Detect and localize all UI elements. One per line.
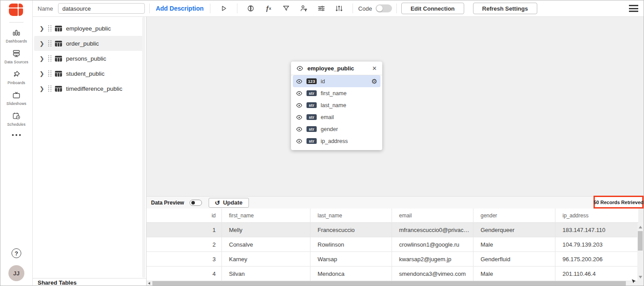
cell-email: kwarsap2@jugem.jp: [392, 252, 473, 266]
horizontal-scrollbar[interactable]: [147, 281, 637, 286]
field-row-ip-address[interactable]: str ip_address: [293, 135, 380, 147]
drag-handle-icon[interactable]: [48, 40, 51, 47]
sidebar-item-dashboards[interactable]: Dashboards: [1, 28, 32, 43]
cell-first-name: Karney: [222, 252, 310, 266]
update-button[interactable]: ↺ Update: [209, 198, 249, 208]
toolbar: Name Add Description ƒx Code Edit Connec…: [33, 0, 644, 17]
table-item-persons-public[interactable]: ❯ persons_public: [34, 51, 145, 66]
table-row[interactable]: 1 Melly Francescuccio mfrancescuccio0@pr…: [147, 223, 638, 237]
more-menu-icon[interactable]: [12, 134, 21, 136]
toggle-knob: [191, 201, 195, 205]
app-window: Dashboards Data Sources Pinboards Slides…: [0, 0, 644, 286]
menu-icon[interactable]: [629, 4, 638, 14]
type-badge-string: str: [306, 90, 317, 97]
field-row-id[interactable]: 123 id ⚙: [293, 75, 380, 87]
field-name: first_name: [321, 90, 377, 97]
field-row-gender[interactable]: str gender: [293, 123, 380, 135]
drag-handle-icon[interactable]: [48, 70, 51, 77]
cell-ip-address: 201.110.46.4: [555, 267, 638, 281]
tables-list: ❯ employee_public ❯ order_public ❯: [33, 17, 146, 96]
scrollbar-thumb[interactable]: [638, 231, 643, 251]
chevron-right-icon[interactable]: ❯: [39, 55, 44, 62]
records-retrieved-label: 50 Records Retrieved: [594, 200, 644, 205]
vertical-scrollbar[interactable]: [637, 223, 643, 281]
close-icon[interactable]: ✕: [371, 65, 378, 72]
schedules-icon: [12, 112, 21, 120]
sliders-icon[interactable]: [313, 2, 330, 15]
scroll-left-arrow-icon[interactable]: [148, 282, 150, 285]
scroll-up-arrow-icon[interactable]: [639, 226, 642, 228]
diagram-canvas[interactable]: employee_public ✕ 123 id ⚙ str first_nam…: [147, 17, 644, 286]
table-row[interactable]: 4 Silvan Mendonca smendonca3@vimeo.com s…: [147, 267, 638, 281]
filter-icon[interactable]: [277, 2, 295, 15]
sidebar-item-schedules[interactable]: Schedules: [1, 112, 32, 127]
drag-handle-icon[interactable]: [48, 25, 51, 32]
data-preview-toggle[interactable]: [190, 200, 202, 206]
contrast-join-icon[interactable]: [242, 2, 260, 15]
chevron-right-icon[interactable]: ❯: [39, 40, 44, 47]
type-badge-string: str: [306, 114, 317, 120]
table-item-order-public[interactable]: ❯ order_public: [34, 36, 145, 51]
avatar-initials: JJ: [13, 270, 19, 277]
cell-last-name: Warsap: [310, 252, 392, 266]
eye-icon[interactable]: [296, 91, 303, 96]
run-query-icon[interactable]: [215, 2, 233, 15]
chevron-right-icon[interactable]: ❯: [39, 25, 44, 32]
toolbar-divider: [396, 4, 397, 13]
table-item-timedifference-public[interactable]: ❯ timedifference_public: [34, 81, 145, 96]
eye-icon[interactable]: [296, 103, 303, 108]
dashboards-icon: [12, 28, 21, 37]
sidebar-item-label: Dashboards: [6, 39, 27, 43]
formula-icon[interactable]: ƒx: [260, 2, 277, 15]
column-header-first-name: first_name: [222, 209, 310, 222]
cell-id: 4: [147, 267, 222, 281]
table-name: order_public: [66, 40, 99, 47]
refresh-settings-button[interactable]: Refresh Settings: [473, 3, 537, 14]
sidebar-item-data-sources[interactable]: Data Sources: [1, 49, 32, 64]
eye-icon[interactable]: [296, 66, 303, 71]
sidebar-item-slideshows[interactable]: Slideshows: [1, 91, 32, 106]
code-toggle[interactable]: [376, 4, 392, 12]
app-logo[interactable]: [9, 4, 24, 17]
eye-icon[interactable]: [296, 127, 303, 132]
scroll-down-arrow-icon[interactable]: [639, 276, 642, 278]
name-input[interactable]: [58, 3, 145, 14]
user-filter-icon[interactable]: [295, 2, 313, 15]
field-row-first-name[interactable]: str first_name: [293, 87, 380, 99]
chevron-right-icon[interactable]: ❯: [39, 70, 44, 77]
eye-icon[interactable]: [296, 115, 303, 120]
tables-panel: ❯ employee_public ❯ order_public ❯: [33, 17, 147, 286]
table-item-employee-public[interactable]: ❯ employee_public: [34, 21, 145, 36]
field-row-last-name[interactable]: str last_name: [293, 99, 380, 111]
user-avatar[interactable]: JJ: [8, 265, 24, 281]
logo-shape: [9, 8, 18, 16]
table-row[interactable]: 2 Consalve Rowlinson crowlinson1@google.…: [147, 237, 638, 252]
field-name: ip_address: [321, 138, 377, 144]
cell-last-name: Francescuccio: [310, 223, 392, 237]
table-item-student-public[interactable]: ❯ student_public: [34, 66, 145, 81]
cell-email: crowlinson1@google.ru: [392, 237, 473, 251]
gear-icon[interactable]: ⚙: [372, 78, 377, 85]
cell-gender: Male: [473, 267, 555, 281]
table-row[interactable]: 3 Karney Warsap kwarsap2@jugem.jp Gender…: [147, 252, 638, 267]
cell-gender: Genderqueer: [473, 223, 555, 237]
scrollbar-thumb[interactable]: [152, 281, 626, 286]
field-row-email[interactable]: str email: [293, 111, 380, 123]
help-icon[interactable]: ?: [12, 248, 21, 258]
drag-handle-icon[interactable]: [48, 85, 51, 92]
refresh-icon: ↺: [215, 200, 220, 206]
chevron-right-icon[interactable]: ❯: [39, 85, 44, 92]
logo-shape: [19, 4, 23, 8]
table-name: employee_public: [66, 25, 111, 32]
eye-icon[interactable]: [296, 139, 303, 144]
add-description-button[interactable]: Add Description: [156, 5, 204, 12]
cell-first-name: Melly: [222, 223, 310, 237]
sidebar-item-pinboards[interactable]: Pinboards: [1, 70, 32, 85]
edit-connection-button[interactable]: Edit Connection: [401, 3, 464, 14]
shared-tables-footer: Shared Tables: [33, 278, 146, 286]
eye-icon[interactable]: [296, 79, 303, 84]
drag-handle-icon[interactable]: [48, 55, 51, 62]
column-settings-icon[interactable]: [330, 2, 348, 15]
panel-scrollbar[interactable]: [142, 17, 145, 278]
cell-id: 2: [147, 237, 222, 251]
